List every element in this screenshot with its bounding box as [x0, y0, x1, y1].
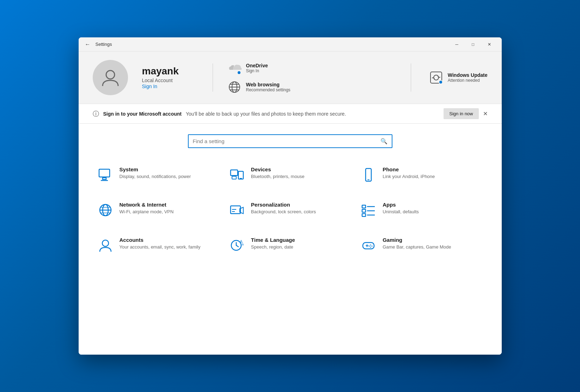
- settings-item-gaming[interactable]: Gaming Game Bar, captures, Game Mode: [356, 231, 487, 259]
- gaming-icon: [360, 237, 377, 254]
- settings-window: ← Settings ─ □ ✕ mayank Local Account Si…: [79, 37, 502, 355]
- apps-subtitle: Uninstall, defaults: [383, 209, 419, 215]
- phone-text: Phone Link your Android, iPhone: [383, 166, 435, 180]
- profile-info: mayank Local Account Sign In: [142, 66, 199, 90]
- banner-main-text: Sign in to your Microsoft account: [103, 111, 182, 117]
- svg-point-39: [370, 245, 371, 246]
- main-content: 🔍 System Display, sound, notifications, …: [79, 124, 502, 355]
- minimize-button[interactable]: ─: [449, 37, 465, 51]
- windows-update-link[interactable]: Windows Update Attention needed: [429, 70, 488, 85]
- titlebar: ← Settings ─ □ ✕: [79, 37, 502, 51]
- close-button[interactable]: ✕: [481, 37, 497, 51]
- sign-in-now-button[interactable]: Sign in now: [444, 108, 478, 119]
- svg-rect-24: [362, 205, 366, 208]
- vertical-divider-2: [411, 63, 411, 92]
- svg-point-42: [369, 246, 370, 247]
- onedrive-icon-container: [227, 61, 242, 75]
- accounts-text: Accounts Your accounts, email, sync, wor…: [120, 237, 201, 250]
- window-title: Settings: [96, 42, 449, 47]
- windows-update-icon-container: [429, 70, 444, 85]
- system-title: System: [120, 166, 191, 172]
- time-language-icon: A a: [228, 237, 245, 254]
- svg-point-30: [102, 240, 109, 246]
- web-browsing-text: Web browsing Recommended settings: [246, 82, 291, 92]
- network-title: Network & Internet: [120, 202, 174, 208]
- gaming-title: Gaming: [383, 237, 451, 243]
- windows-update-text: Windows Update Attention needed: [448, 72, 488, 83]
- search-container: 🔍: [93, 134, 488, 148]
- profile-name: mayank: [142, 66, 199, 77]
- vertical-divider: [213, 63, 213, 92]
- onedrive-text: OneDrive Sign In: [246, 63, 268, 73]
- settings-item-system[interactable]: System Display, sound, notifications, po…: [93, 161, 224, 189]
- profile-signin-link[interactable]: Sign In: [142, 84, 158, 89]
- windows-update-badge: [439, 80, 443, 84]
- apps-text: Apps Uninstall, defaults: [383, 202, 419, 215]
- system-icon: [97, 166, 114, 183]
- network-text: Network & Internet Wi-Fi, airplane mode,…: [120, 202, 174, 215]
- search-input[interactable]: [193, 138, 380, 144]
- accounts-icon: [97, 237, 114, 254]
- svg-rect-14: [366, 169, 371, 181]
- profile-account-type: Local Account: [142, 78, 199, 83]
- web-browsing-title: Web browsing: [246, 82, 291, 87]
- web-browsing-subtitle: Recommended settings: [246, 87, 291, 92]
- settings-item-network[interactable]: Network & Internet Wi-Fi, airplane mode,…: [93, 196, 224, 224]
- maximize-button[interactable]: □: [465, 37, 481, 51]
- onedrive-link[interactable]: OneDrive Sign In: [227, 61, 397, 75]
- svg-rect-7: [99, 169, 110, 177]
- banner-sub-text: You'll be able to back up your files and…: [186, 111, 439, 117]
- svg-line-33: [236, 245, 238, 247]
- accounts-title: Accounts: [120, 237, 201, 243]
- svg-point-41: [370, 247, 371, 248]
- time-language-subtitle: Speech, region, date: [251, 244, 295, 250]
- apps-title: Apps: [383, 202, 419, 208]
- devices-text: Devices Bluetooth, printers, mouse: [251, 166, 305, 180]
- settings-item-devices[interactable]: Devices Bluetooth, printers, mouse: [224, 161, 356, 189]
- phone-icon: [360, 166, 377, 183]
- svg-rect-28: [362, 214, 366, 216]
- windows-update-title: Windows Update: [448, 72, 488, 78]
- onedrive-subtitle: Sign In: [246, 68, 268, 73]
- settings-item-accounts[interactable]: Accounts Your accounts, email, sync, wor…: [93, 231, 224, 259]
- personalization-text: Personalization Background, lock screen,…: [251, 202, 316, 215]
- web-browsing-link[interactable]: Web browsing Recommended settings: [227, 80, 397, 94]
- time-language-title: Time & Language: [251, 237, 295, 243]
- network-icon: [97, 202, 114, 219]
- globe-icon: [228, 81, 241, 93]
- onedrive-title: OneDrive: [246, 63, 268, 68]
- avatar: [93, 60, 128, 95]
- quick-links: OneDrive Sign In Web browsing Rec: [227, 61, 397, 94]
- user-icon: [100, 67, 121, 88]
- svg-rect-8: [103, 178, 106, 179]
- svg-point-0: [106, 71, 115, 79]
- gaming-text: Gaming Game Bar, captures, Game Mode: [383, 237, 451, 250]
- info-icon: ⓘ: [93, 110, 99, 118]
- settings-item-time-language[interactable]: A a Time & Language Speech, region, date: [224, 231, 356, 259]
- phone-title: Phone: [383, 166, 435, 172]
- window-controls: ─ □ ✕: [449, 37, 497, 51]
- gaming-subtitle: Game Bar, captures, Game Mode: [383, 244, 451, 250]
- settings-item-personalization[interactable]: Personalization Background, lock screen,…: [224, 196, 356, 224]
- personalization-title: Personalization: [251, 202, 316, 208]
- time-language-text: Time & Language Speech, region, date: [251, 237, 295, 250]
- settings-item-phone[interactable]: Phone Link your Android, iPhone: [356, 161, 487, 189]
- back-button[interactable]: ←: [83, 39, 93, 49]
- svg-rect-13: [232, 176, 236, 179]
- windows-update-subtitle: Attention needed: [448, 78, 488, 83]
- phone-subtitle: Link your Android, iPhone: [383, 173, 435, 180]
- svg-point-40: [372, 246, 373, 247]
- system-subtitle: Display, sound, notifications, power: [120, 173, 191, 180]
- settings-grid: System Display, sound, notifications, po…: [93, 161, 488, 259]
- search-box: 🔍: [188, 134, 392, 148]
- svg-text:a: a: [242, 243, 244, 246]
- web-browsing-icon-container: [227, 80, 242, 94]
- profile-section: mayank Local Account Sign In OneDrive Si…: [79, 51, 502, 104]
- personalization-icon: [228, 202, 245, 219]
- network-subtitle: Wi-Fi, airplane mode, VPN: [120, 209, 174, 215]
- settings-item-apps[interactable]: Apps Uninstall, defaults: [356, 196, 487, 224]
- banner-close-button[interactable]: ✕: [483, 110, 488, 117]
- devices-subtitle: Bluetooth, printers, mouse: [251, 173, 305, 180]
- svg-rect-26: [362, 209, 366, 212]
- apps-icon: [360, 202, 377, 219]
